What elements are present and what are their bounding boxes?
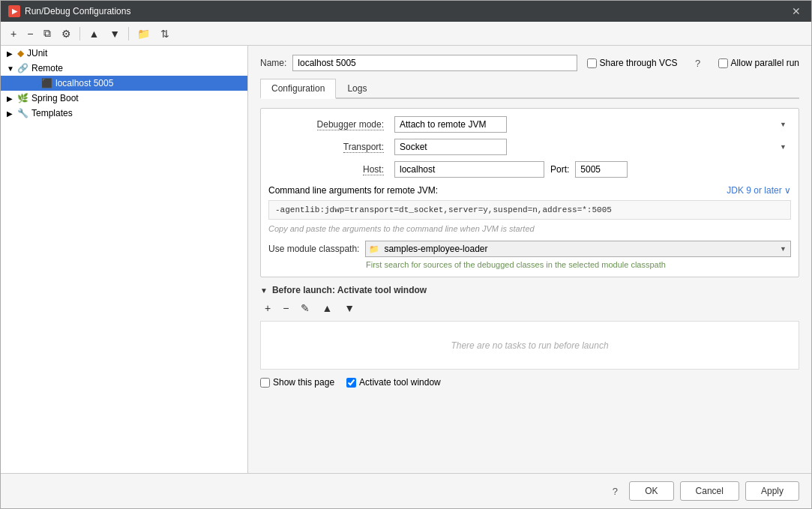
- tree-item-junit[interactable]: ▶ ◆ JUnit: [1, 46, 247, 61]
- share-vcs-option: Share through VCS: [587, 58, 678, 68]
- tasks-box: There are no tasks to run before launch: [260, 321, 799, 370]
- tree-item-springboot[interactable]: ▶ 🌿 Spring Boot: [1, 91, 247, 106]
- parallel-run-label: Allow parallel run: [731, 58, 799, 68]
- host-port-row: Host: Port:: [268, 161, 791, 178]
- copy-button[interactable]: ⧉: [40, 25, 55, 42]
- tree-item-remote[interactable]: ▼ 🔗 Remote: [1, 61, 247, 76]
- module-hint: First search for sources of the debugged…: [268, 260, 791, 269]
- tab-logs[interactable]: Logs: [336, 79, 378, 97]
- transport-label: Transport:: [268, 142, 388, 152]
- add-button[interactable]: +: [7, 25, 20, 42]
- share-help-button[interactable]: ?: [690, 55, 706, 71]
- config-section: Debugger mode: Attach to remote JVM List…: [260, 108, 799, 277]
- show-page-option: Show this page: [260, 377, 334, 388]
- apply-button[interactable]: Apply: [745, 481, 799, 501]
- options-group: Share through VCS ? Allow parallel run: [587, 55, 799, 71]
- launch-remove-button[interactable]: −: [278, 300, 293, 316]
- main-content: ▶ ◆ JUnit ▼ 🔗 Remote ⬛ localhost 5005 ▶ …: [1, 46, 811, 473]
- settings-button[interactable]: ⚙: [58, 25, 75, 42]
- activate-tool-option: Activate tool window: [346, 377, 441, 388]
- transport-wrapper: Socket Shared memory: [394, 139, 791, 155]
- jdk-link[interactable]: JDK 9 or later ∨: [727, 185, 791, 196]
- launch-edit-button[interactable]: ✎: [296, 300, 314, 316]
- parallel-run-option: Allow parallel run: [718, 58, 799, 68]
- cmd-hint: Copy and paste the arguments to the comm…: [268, 224, 791, 233]
- transport-select[interactable]: Socket Shared memory: [394, 139, 507, 155]
- name-row: Name: Share through VCS ? Allow parallel…: [260, 55, 799, 71]
- host-label: Host:: [268, 164, 388, 175]
- separator-2: [128, 27, 129, 40]
- config-tabs: Configuration Logs: [260, 79, 799, 99]
- expand-arrow-springboot: ▶: [7, 94, 17, 103]
- debugger-mode-row: Debugger mode: Attach to remote JVM List…: [268, 116, 791, 133]
- cmd-label: Command line arguments for remote JVM:: [268, 185, 438, 196]
- cmd-value: -agentlib:jdwp=transport=dt_socket,serve…: [268, 200, 791, 220]
- springboot-label: Spring Boot: [31, 93, 79, 103]
- module-row: Use module classpath: 📁 samples-employee…: [268, 241, 791, 257]
- host-input[interactable]: [394, 161, 544, 178]
- expand-arrow-junit: ▶: [7, 49, 17, 58]
- transport-row: Transport: Socket Shared memory: [268, 139, 791, 155]
- jdk-label: JDK 9 or later: [727, 185, 781, 196]
- before-launch-label: Before launch: Activate tool window: [272, 285, 427, 295]
- launch-add-button[interactable]: +: [260, 300, 275, 316]
- run-debug-dialog: ▶ Run/Debug Configurations ✕ + − ⧉ ⚙ ▲ ▼…: [0, 0, 812, 509]
- expand-arrow-templates: ▶: [7, 109, 17, 118]
- dialog-title: Run/Debug Configurations: [25, 6, 130, 16]
- close-button[interactable]: ✕: [789, 5, 804, 17]
- dialog-buttons: ? OK Cancel Apply: [1, 473, 811, 508]
- localhost-label: localhost 5005: [55, 78, 113, 88]
- springboot-icon: 🌿: [17, 93, 28, 103]
- tasks-empty-label: There are no tasks to run before launch: [451, 340, 608, 351]
- tree-item-templates[interactable]: ▶ 🔧 Templates: [1, 106, 247, 121]
- ok-button[interactable]: OK: [629, 481, 673, 501]
- junit-label: JUnit: [27, 48, 47, 58]
- expand-arrow-remote: ▼: [7, 64, 17, 73]
- sort-button[interactable]: ⇅: [157, 25, 173, 42]
- configuration-panel: Name: Share through VCS ? Allow parallel…: [248, 46, 811, 473]
- name-input[interactable]: [292, 55, 577, 71]
- parallel-run-checkbox[interactable]: [718, 58, 728, 68]
- module-select-wrapper: 📁 samples-employee-loader: [365, 241, 791, 257]
- templates-icon: 🔧: [17, 108, 28, 118]
- remote-label: Remote: [31, 63, 63, 73]
- title-bar: ▶ Run/Debug Configurations ✕: [1, 1, 811, 22]
- module-classpath-select[interactable]: samples-employee-loader: [365, 241, 791, 257]
- name-label: Name:: [260, 58, 286, 68]
- help-button[interactable]: ?: [607, 483, 623, 499]
- configurations-tree: ▶ ◆ JUnit ▼ 🔗 Remote ⬛ localhost 5005 ▶ …: [1, 46, 248, 473]
- share-vcs-checkbox[interactable]: [587, 58, 597, 68]
- tree-item-localhost5005[interactable]: ⬛ localhost 5005: [1, 76, 247, 91]
- app-icon: ▶: [8, 5, 20, 17]
- localhost-icon: ⬛: [41, 78, 52, 88]
- remove-button[interactable]: −: [23, 25, 37, 42]
- show-page-checkbox[interactable]: [260, 378, 270, 388]
- jdk-arrow: ∨: [784, 185, 791, 196]
- remote-icon: 🔗: [17, 63, 28, 73]
- module-label: Use module classpath:: [268, 244, 359, 254]
- share-vcs-label: Share through VCS: [600, 58, 678, 68]
- host-port-inputs: Port:: [394, 161, 791, 178]
- debugger-mode-select[interactable]: Attach to remote JVM Listen to remote JV…: [394, 116, 507, 133]
- activate-tool-checkbox[interactable]: [346, 378, 356, 388]
- bottom-checkboxes: Show this page Activate tool window: [260, 377, 799, 388]
- launch-up-button[interactable]: ▲: [317, 300, 337, 316]
- launch-down-button[interactable]: ▼: [340, 300, 359, 316]
- collapse-icon[interactable]: ▼: [260, 286, 268, 295]
- port-input[interactable]: [575, 161, 628, 178]
- templates-label: Templates: [31, 108, 73, 118]
- before-launch-header: ▼ Before launch: Activate tool window: [260, 285, 799, 295]
- cmd-section: Command line arguments for remote JVM: J…: [268, 185, 791, 233]
- debugger-mode-wrapper: Attach to remote JVM Listen to remote JV…: [394, 116, 791, 133]
- move-down-button[interactable]: ▼: [106, 25, 124, 42]
- debugger-mode-label: Debugger mode:: [268, 119, 388, 130]
- folder-button[interactable]: 📁: [133, 25, 154, 42]
- separator-1: [79, 27, 80, 40]
- launch-toolbar: + − ✎ ▲ ▼: [260, 300, 799, 316]
- cmd-header: Command line arguments for remote JVM: J…: [268, 185, 791, 196]
- port-label: Port:: [550, 164, 569, 175]
- junit-icon: ◆: [17, 48, 24, 58]
- move-up-button[interactable]: ▲: [85, 25, 103, 42]
- tab-configuration[interactable]: Configuration: [260, 79, 336, 99]
- cancel-button[interactable]: Cancel: [680, 481, 739, 501]
